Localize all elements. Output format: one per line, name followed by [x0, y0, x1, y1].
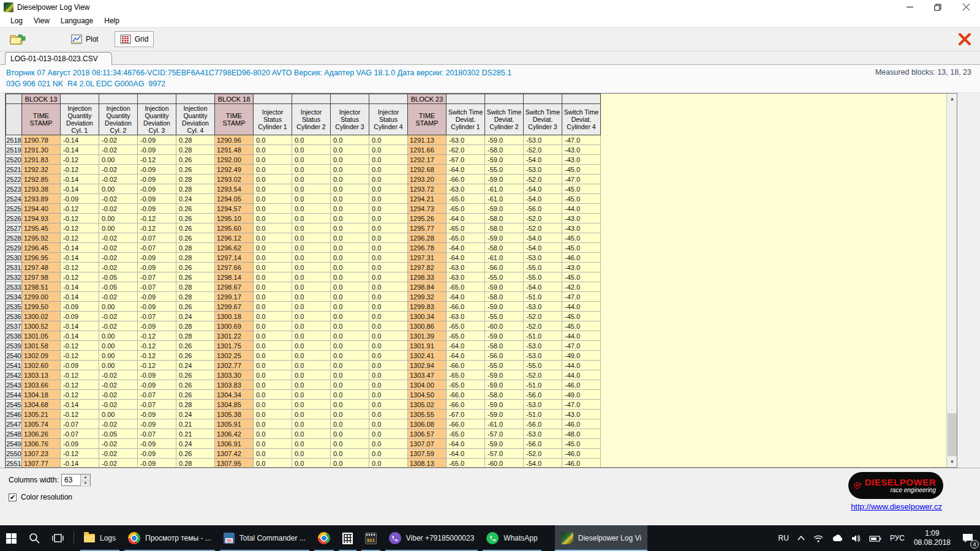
grid-cell[interactable]: 1304.68 [22, 400, 61, 410]
grid-cell[interactable]: 0.24 [176, 439, 215, 449]
grid-cell[interactable]: 0.0 [331, 145, 369, 155]
grid-cell[interactable]: 0.0 [254, 370, 292, 380]
grid-cell[interactable]: 0.0 [331, 253, 369, 263]
grid-cell[interactable]: -0.02 [99, 439, 138, 449]
row-number[interactable]: 2520 [6, 155, 22, 165]
grid-cell[interactable]: 0.0 [254, 302, 292, 312]
grid-cell[interactable]: -0.14 [61, 321, 99, 331]
grid-cell[interactable]: 0.0 [331, 400, 369, 410]
grid-cell[interactable]: 1298.84 [408, 282, 447, 292]
grid-cell[interactable]: 0.00 [99, 155, 138, 165]
spinner-up-icon[interactable]: ▲ [81, 474, 90, 481]
grid-cell[interactable]: 1292.32 [22, 165, 61, 174]
grid-cell[interactable]: 1292.68 [408, 165, 447, 174]
grid-cell[interactable]: 0.0 [369, 459, 408, 468]
grid-cell[interactable]: 0.0 [369, 223, 408, 233]
language-indicator[interactable]: RU [774, 525, 793, 551]
grid-cell[interactable]: 0.0 [369, 243, 408, 253]
grid-cell[interactable]: 1302.25 [215, 351, 254, 361]
grid-cell[interactable]: -0.12 [61, 263, 99, 272]
grid-cell[interactable]: 1307.42 [215, 449, 254, 459]
taskbar-item-chrome-topic[interactable]: Просмотр темы - ... [122, 525, 217, 551]
grid-cell[interactable]: 0.0 [254, 233, 292, 243]
grid-cell[interactable]: 0.0 [369, 439, 408, 449]
grid-cell[interactable]: -0.14 [61, 459, 99, 468]
grid-cell[interactable]: 0.0 [369, 302, 408, 312]
grid-cell[interactable]: 0.0 [292, 390, 331, 400]
row-number[interactable]: 2523 [6, 184, 22, 194]
grid-cell[interactable]: 0.00 [99, 223, 138, 233]
grid-cell[interactable]: -0.12 [138, 223, 176, 233]
grid-cell[interactable]: -0.02 [99, 233, 138, 243]
grid-cell[interactable]: 1304.18 [22, 390, 61, 400]
grid-cell[interactable]: -58.0 [485, 214, 524, 223]
grid-cell[interactable]: 0.0 [331, 174, 369, 184]
grid-cell[interactable]: 1291.83 [22, 155, 61, 165]
grid-cell[interactable]: -45.0 [562, 184, 601, 194]
grid-cell[interactable]: 1300.69 [215, 321, 254, 331]
grid-cell[interactable]: -0.12 [61, 272, 99, 282]
grid-cell[interactable]: -53.0 [524, 400, 562, 410]
grid-cell[interactable]: -66.0 [447, 419, 485, 429]
search-button[interactable] [23, 525, 46, 551]
grid-cell[interactable]: -0.02 [99, 370, 138, 380]
row-number[interactable]: 2536 [6, 312, 22, 321]
grid-cell[interactable]: -45.0 [562, 233, 601, 243]
row-number[interactable]: 2539 [6, 341, 22, 351]
grid-cell[interactable]: 0.28 [176, 321, 215, 331]
grid-cell[interactable]: 1293.20 [408, 174, 447, 184]
grid-cell[interactable]: 0.26 [176, 380, 215, 390]
grid-cell[interactable]: -63.0 [447, 135, 485, 145]
grid-cell[interactable]: 0.0 [292, 174, 331, 184]
start-button[interactable] [0, 525, 23, 551]
grid-cell[interactable]: -59.0 [485, 204, 524, 214]
grid-cell[interactable]: 0.26 [176, 390, 215, 400]
grid-cell[interactable]: 1294.93 [22, 214, 61, 223]
grid-cell[interactable]: 0.00 [99, 341, 138, 351]
grid-cell[interactable]: 1304.50 [408, 390, 447, 400]
grid-cell[interactable]: 1294.21 [408, 194, 447, 204]
grid-cell[interactable]: -0.05 [99, 282, 138, 292]
grid-cell[interactable]: 0.0 [292, 253, 331, 263]
grid-cell[interactable]: -0.02 [99, 419, 138, 429]
grid-cell[interactable]: 1305.21 [22, 410, 61, 419]
grid-cell[interactable]: 1302.41 [408, 351, 447, 361]
grid-cell[interactable]: -0.12 [61, 390, 99, 400]
grid-cell[interactable]: 1301.22 [215, 331, 254, 341]
grid-cell[interactable]: -65.0 [447, 204, 485, 214]
grid-cell[interactable]: 0.0 [292, 272, 331, 282]
grid-cell[interactable]: -53.0 [524, 165, 562, 174]
grid-cell[interactable]: 0.0 [292, 419, 331, 429]
grid-cell[interactable]: 0.0 [369, 429, 408, 439]
grid-cell[interactable]: -47.0 [562, 135, 601, 145]
grid-cell[interactable]: 1303.66 [22, 380, 61, 390]
grid-cell[interactable]: 0.0 [254, 263, 292, 272]
grid-cell[interactable]: -65.0 [447, 223, 485, 233]
grid-cell[interactable]: -0.05 [99, 272, 138, 282]
grid-cell[interactable]: 0.0 [254, 419, 292, 429]
grid-cell[interactable]: -53.0 [524, 351, 562, 361]
grid-cell[interactable]: -44.0 [562, 370, 601, 380]
taskbar-item-whatsapp[interactable]: WhatsApp [480, 525, 543, 551]
grid-cell[interactable]: 1298.14 [215, 272, 254, 282]
grid-cell[interactable]: -59.0 [485, 155, 524, 165]
grid-cell[interactable]: -62.0 [447, 145, 485, 155]
grid-cell[interactable]: -67.0 [447, 155, 485, 165]
row-number[interactable]: 2528 [6, 233, 22, 243]
grid-cell[interactable]: -0.12 [138, 351, 176, 361]
grid-cell[interactable]: 1305.91 [215, 419, 254, 429]
grid-cell[interactable]: 0.0 [254, 410, 292, 419]
grid-cell[interactable]: 1301.58 [22, 341, 61, 351]
grid-cell[interactable]: -0.09 [138, 410, 176, 419]
grid-cell[interactable]: -0.14 [61, 400, 99, 410]
grid-cell[interactable]: 0.0 [331, 214, 369, 223]
grid-cell[interactable]: 0.0 [369, 380, 408, 390]
grid-cell[interactable]: 1303.47 [408, 370, 447, 380]
grid-cell[interactable]: 0.0 [331, 429, 369, 439]
grid-cell[interactable]: -56.0 [485, 351, 524, 361]
grid-cell[interactable]: -0.09 [61, 439, 99, 449]
grid-cell[interactable]: -0.14 [61, 184, 99, 194]
grid-cell[interactable]: -52.0 [524, 312, 562, 321]
row-number[interactable]: 2535 [6, 302, 22, 312]
grid-cell[interactable]: -0.09 [138, 321, 176, 331]
